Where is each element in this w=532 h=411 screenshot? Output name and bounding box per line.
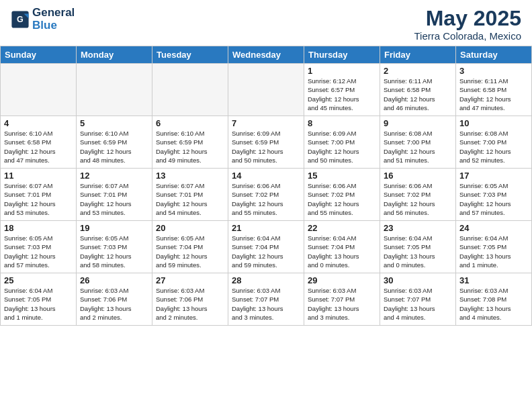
- calendar-cell: 11Sunrise: 6:07 AM Sunset: 7:01 PM Dayli…: [1, 169, 77, 221]
- day-number: 31: [459, 275, 528, 285]
- calendar-cell: 6Sunrise: 6:10 AM Sunset: 6:59 PM Daylig…: [152, 116, 228, 169]
- day-info: Sunrise: 6:03 AM Sunset: 7:06 PM Dayligh…: [80, 286, 148, 322]
- calendar-cell: 2Sunrise: 6:11 AM Sunset: 6:58 PM Daylig…: [380, 64, 456, 116]
- calendar-cell: 19Sunrise: 6:05 AM Sunset: 7:03 PM Dayli…: [77, 221, 152, 273]
- day-info: Sunrise: 6:04 AM Sunset: 7:05 PM Dayligh…: [4, 286, 73, 322]
- day-number: 29: [308, 275, 376, 285]
- day-number: 14: [232, 171, 300, 181]
- calendar-cell: 23Sunrise: 6:04 AM Sunset: 7:05 PM Dayli…: [380, 221, 456, 273]
- weekday-header: Sunday: [1, 46, 77, 64]
- day-number: 30: [384, 275, 452, 285]
- weekday-header: Thursday: [304, 46, 380, 64]
- day-info: Sunrise: 6:10 AM Sunset: 6:59 PM Dayligh…: [80, 129, 148, 165]
- day-number: 12: [80, 171, 148, 181]
- day-number: 13: [156, 171, 224, 181]
- page-container: G General Blue May 2025 Tierra Colorada,…: [0, 0, 532, 411]
- day-info: Sunrise: 6:03 AM Sunset: 7:07 PM Dayligh…: [232, 286, 300, 322]
- day-number: 10: [459, 118, 528, 128]
- calendar-cell: 22Sunrise: 6:04 AM Sunset: 7:04 PM Dayli…: [304, 221, 380, 273]
- day-number: 24: [459, 223, 528, 233]
- day-info: Sunrise: 6:04 AM Sunset: 7:04 PM Dayligh…: [308, 234, 376, 269]
- weekday-header: Tuesday: [152, 46, 228, 64]
- day-number: 6: [156, 118, 224, 128]
- calendar-cell: 14Sunrise: 6:06 AM Sunset: 7:02 PM Dayli…: [228, 169, 304, 221]
- day-number: 21: [232, 223, 300, 233]
- day-info: Sunrise: 6:11 AM Sunset: 6:58 PM Dayligh…: [384, 77, 452, 112]
- calendar-subtitle: Tierra Colorada, Mexico: [414, 30, 522, 42]
- day-number: 7: [232, 118, 300, 128]
- calendar-cell: 10Sunrise: 6:08 AM Sunset: 7:00 PM Dayli…: [456, 116, 532, 169]
- day-info: Sunrise: 6:05 AM Sunset: 7:03 PM Dayligh…: [459, 181, 528, 217]
- day-info: Sunrise: 6:10 AM Sunset: 6:59 PM Dayligh…: [156, 129, 224, 165]
- day-number: 28: [232, 275, 300, 285]
- day-info: Sunrise: 6:04 AM Sunset: 7:05 PM Dayligh…: [459, 234, 528, 269]
- day-info: Sunrise: 6:12 AM Sunset: 6:57 PM Dayligh…: [308, 77, 376, 112]
- calendar-cell: 30Sunrise: 6:03 AM Sunset: 7:07 PM Dayli…: [380, 273, 456, 326]
- day-number: 26: [80, 275, 148, 285]
- calendar-cell: 21Sunrise: 6:04 AM Sunset: 7:04 PM Dayli…: [228, 221, 304, 273]
- calendar-title-block: May 2025 Tierra Colorada, Mexico: [414, 7, 522, 42]
- calendar-cell: 24Sunrise: 6:04 AM Sunset: 7:05 PM Dayli…: [456, 221, 532, 273]
- calendar-cell: 1Sunrise: 6:12 AM Sunset: 6:57 PM Daylig…: [304, 64, 380, 116]
- day-info: Sunrise: 6:09 AM Sunset: 6:59 PM Dayligh…: [232, 129, 300, 165]
- day-number: 4: [4, 118, 73, 128]
- day-info: Sunrise: 6:03 AM Sunset: 7:08 PM Dayligh…: [459, 286, 528, 322]
- day-info: Sunrise: 6:08 AM Sunset: 7:00 PM Dayligh…: [384, 129, 452, 165]
- day-info: Sunrise: 6:11 AM Sunset: 6:58 PM Dayligh…: [459, 77, 528, 112]
- calendar-cell: 9Sunrise: 6:08 AM Sunset: 7:00 PM Daylig…: [380, 116, 456, 169]
- day-number: 19: [80, 223, 148, 233]
- day-number: 23: [384, 223, 452, 233]
- calendar-cell: 20Sunrise: 6:05 AM Sunset: 7:04 PM Dayli…: [152, 221, 228, 273]
- day-info: Sunrise: 6:05 AM Sunset: 7:03 PM Dayligh…: [80, 234, 148, 269]
- weekday-header: Wednesday: [228, 46, 304, 64]
- calendar-cell: 12Sunrise: 6:07 AM Sunset: 7:01 PM Dayli…: [77, 169, 152, 221]
- calendar-table: SundayMondayTuesdayWednesdayThursdayFrid…: [0, 46, 532, 326]
- day-number: 11: [4, 171, 73, 181]
- day-info: Sunrise: 6:03 AM Sunset: 7:06 PM Dayligh…: [156, 286, 224, 322]
- day-info: Sunrise: 6:04 AM Sunset: 7:04 PM Dayligh…: [232, 234, 300, 269]
- day-info: Sunrise: 6:03 AM Sunset: 7:07 PM Dayligh…: [384, 286, 452, 322]
- svg-text:G: G: [17, 15, 24, 24]
- day-number: 8: [308, 118, 376, 128]
- day-info: Sunrise: 6:09 AM Sunset: 7:00 PM Dayligh…: [308, 129, 376, 165]
- logo-general: General: [32, 7, 75, 19]
- calendar-cell: [228, 64, 304, 116]
- calendar-cell: 31Sunrise: 6:03 AM Sunset: 7:08 PM Dayli…: [456, 273, 532, 326]
- calendar-cell: 15Sunrise: 6:06 AM Sunset: 7:02 PM Dayli…: [304, 169, 380, 221]
- weekday-header: Monday: [77, 46, 152, 64]
- day-number: 25: [4, 275, 73, 285]
- day-info: Sunrise: 6:05 AM Sunset: 7:03 PM Dayligh…: [4, 234, 73, 269]
- calendar-cell: 8Sunrise: 6:09 AM Sunset: 7:00 PM Daylig…: [304, 116, 380, 169]
- calendar-cell: [1, 64, 77, 116]
- calendar-cell: 13Sunrise: 6:07 AM Sunset: 7:01 PM Dayli…: [152, 169, 228, 221]
- calendar-cell: 7Sunrise: 6:09 AM Sunset: 6:59 PM Daylig…: [228, 116, 304, 169]
- calendar-cell: 27Sunrise: 6:03 AM Sunset: 7:06 PM Dayli…: [152, 273, 228, 326]
- day-number: 17: [459, 171, 528, 181]
- calendar-title: May 2025: [414, 7, 522, 30]
- calendar-cell: [77, 64, 152, 116]
- calendar-cell: 17Sunrise: 6:05 AM Sunset: 7:03 PM Dayli…: [456, 169, 532, 221]
- day-number: 5: [80, 118, 148, 128]
- weekday-header: Saturday: [456, 46, 532, 64]
- calendar-cell: 4Sunrise: 6:10 AM Sunset: 6:58 PM Daylig…: [1, 116, 77, 169]
- calendar-cell: [152, 64, 228, 116]
- day-number: 1: [308, 66, 376, 76]
- weekday-header: Friday: [380, 46, 456, 64]
- day-number: 9: [384, 118, 452, 128]
- day-number: 22: [308, 223, 376, 233]
- logo: G General Blue: [11, 7, 75, 32]
- calendar-cell: 29Sunrise: 6:03 AM Sunset: 7:07 PM Dayli…: [304, 273, 380, 326]
- calendar-cell: 28Sunrise: 6:03 AM Sunset: 7:07 PM Dayli…: [228, 273, 304, 326]
- logo-icon: G: [11, 10, 30, 29]
- day-info: Sunrise: 6:06 AM Sunset: 7:02 PM Dayligh…: [308, 181, 376, 217]
- day-info: Sunrise: 6:06 AM Sunset: 7:02 PM Dayligh…: [232, 181, 300, 217]
- day-number: 20: [156, 223, 224, 233]
- day-info: Sunrise: 6:07 AM Sunset: 7:01 PM Dayligh…: [156, 181, 224, 217]
- day-info: Sunrise: 6:04 AM Sunset: 7:05 PM Dayligh…: [384, 234, 452, 269]
- calendar-cell: 26Sunrise: 6:03 AM Sunset: 7:06 PM Dayli…: [77, 273, 152, 326]
- day-info: Sunrise: 6:03 AM Sunset: 7:07 PM Dayligh…: [308, 286, 376, 322]
- day-number: 2: [384, 66, 452, 76]
- calendar-cell: 18Sunrise: 6:05 AM Sunset: 7:03 PM Dayli…: [1, 221, 77, 273]
- calendar-cell: 25Sunrise: 6:04 AM Sunset: 7:05 PM Dayli…: [1, 273, 77, 326]
- day-info: Sunrise: 6:07 AM Sunset: 7:01 PM Dayligh…: [80, 181, 148, 217]
